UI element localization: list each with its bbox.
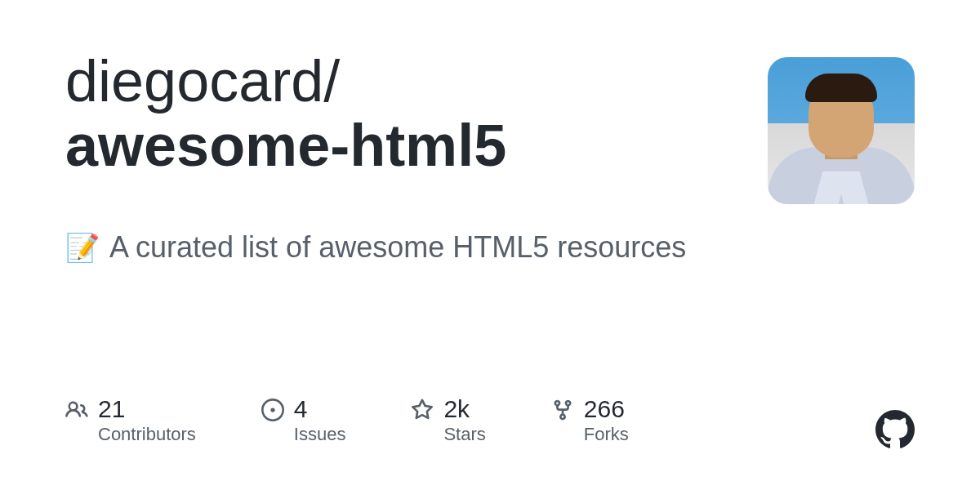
contributors-label: Contributors xyxy=(98,424,196,445)
description-text: A curated list of awesome HTML5 resource… xyxy=(109,230,686,265)
github-logo-icon[interactable] xyxy=(875,410,915,449)
issue-icon xyxy=(261,399,284,421)
repo-description: 📝 A curated list of awesome HTML5 resour… xyxy=(65,230,915,265)
forks-value: 266 xyxy=(584,395,629,422)
stats-row: 21 Contributors 4 Issues 2k Stars xyxy=(65,395,629,445)
contributors-stat[interactable]: 21 Contributors xyxy=(65,395,196,445)
slash-separator: / xyxy=(323,48,340,114)
issues-stat[interactable]: 4 Issues xyxy=(261,395,346,445)
forks-label: Forks xyxy=(584,424,629,445)
issues-label: Issues xyxy=(294,424,346,445)
forks-stat[interactable]: 266 Forks xyxy=(551,395,629,445)
fork-icon xyxy=(551,399,574,421)
repo-owner: diegocard xyxy=(65,48,323,114)
memo-icon: 📝 xyxy=(65,231,100,264)
star-icon xyxy=(411,399,434,421)
people-icon xyxy=(65,399,88,421)
stars-label: Stars xyxy=(443,424,485,445)
owner-avatar[interactable] xyxy=(768,57,915,204)
stars-value: 2k xyxy=(443,395,485,422)
stars-stat[interactable]: 2k Stars xyxy=(411,395,485,445)
contributors-value: 21 xyxy=(98,395,196,422)
issues-value: 4 xyxy=(294,395,346,422)
repo-title[interactable]: diegocard/ awesome-html5 xyxy=(65,49,768,178)
repo-name: awesome-html5 xyxy=(65,114,768,178)
